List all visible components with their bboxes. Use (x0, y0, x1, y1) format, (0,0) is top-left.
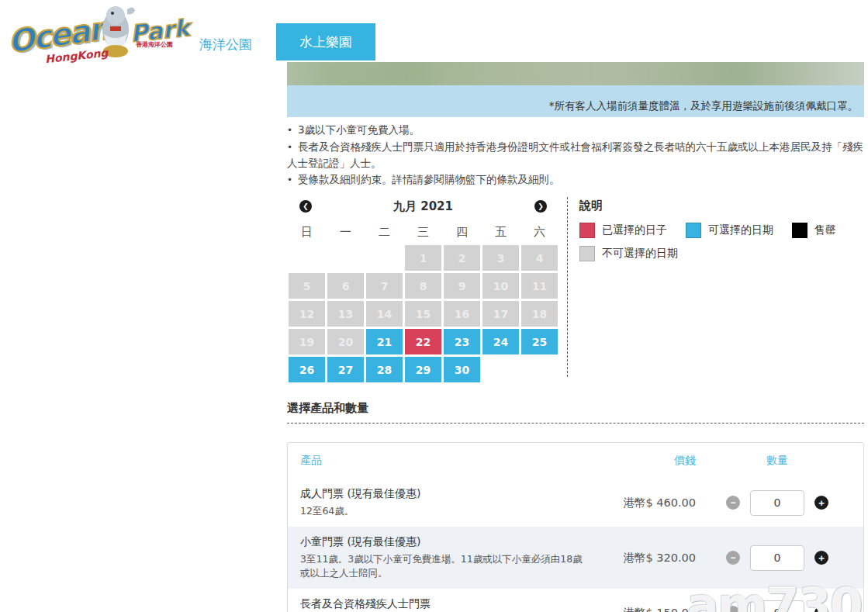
product-row: 長者及合資格殘疾人士門票 65歲或以上或殘疾人士。 港幣$ 150.00 − ＋ (288, 589, 863, 612)
legend-item: 可選擇的日期 (686, 223, 773, 238)
calendar-day-cell[interactable]: 22 (405, 329, 441, 354)
dashed-divider (287, 423, 864, 424)
weekday-label: 四 (444, 225, 480, 242)
logo-chinese-text: 香港海洋公園 (136, 40, 173, 49)
product-row: 成人門票 (現有最佳優惠) 12至64歲。 港幣$ 460.00 − ＋ (288, 479, 863, 527)
product-price: 港幣$ 150.00 (587, 606, 704, 612)
calendar-day-cell[interactable]: 23 (444, 329, 480, 354)
calendar-day-cell[interactable]: 24 (482, 329, 519, 354)
weekday-label: 日 (289, 225, 325, 242)
product-price: 港幣$ 320.00 (587, 551, 704, 565)
calendar-day-cell: 19 (289, 329, 325, 354)
calendar-day-cell[interactable]: 30 (444, 357, 480, 382)
calendar-day-cell[interactable]: 25 (521, 329, 558, 354)
rule-item: •受條款及細則約束。詳情請參閱購物籃下的條款及細則。 (287, 171, 864, 188)
tab-water-park[interactable]: 水上樂園 (276, 23, 375, 61)
column-header-price: 價錢 (587, 454, 704, 468)
legend-swatch-icon (579, 223, 595, 238)
rule-item: •長者及合資格殘疾人士門票只適用於持香港身份證明文件或社會福利署簽發之長者咭的六… (287, 139, 864, 171)
legend-title: 說明 (579, 199, 864, 213)
calendar-day-cell[interactable]: 21 (366, 329, 403, 354)
calendar-next-button[interactable]: ❯ (534, 200, 547, 213)
calendar-day-cell: 1 (405, 245, 441, 271)
legend-item: 不可選擇的日期 (579, 246, 678, 261)
calendar-day-cell (366, 245, 403, 271)
legend-label: 不可選擇的日期 (602, 247, 678, 261)
calendar-day-cell[interactable]: 26 (289, 357, 325, 382)
calendar-day-cell: 9 (444, 273, 480, 299)
increase-quantity-button[interactable]: ＋ (814, 606, 828, 612)
calendar-day-cell: 4 (521, 245, 558, 271)
calendar-day-cell: 8 (405, 273, 441, 299)
legend-label: 可選擇的日期 (708, 223, 773, 237)
weekday-label: 六 (521, 225, 558, 242)
weekday-label: 二 (366, 225, 403, 242)
calendar-day-cell: 12 (289, 301, 325, 327)
calendar: ❮ 九月 2021 ❯ 日一二三四五六 1 (289, 197, 558, 382)
increase-quantity-button[interactable]: ＋ (814, 496, 828, 510)
calendar-day-cell: 18 (521, 301, 558, 327)
decrease-quantity-button[interactable]: − (726, 496, 740, 510)
quantity-input[interactable] (750, 600, 804, 612)
products-section: 選擇產品和數量 產品 價錢 數量 成人門票 (現有最佳優惠) 12至64歲。 (287, 401, 864, 612)
products-table: 產品 價錢 數量 成人門票 (現有最佳優惠) 12至64歲。 港幣$ 460.0… (287, 442, 864, 612)
calendar-day-cell: 14 (366, 301, 403, 327)
calendar-grid: 1 2 3 4 5 6 7 8 (289, 245, 558, 382)
quantity-input[interactable] (750, 490, 804, 516)
calendar-day-cell: 16 (444, 301, 480, 327)
products-table-header: 產品 價錢 數量 (288, 443, 863, 479)
product-name: 長者及合資格殘疾人士門票 (300, 597, 587, 611)
products-section-title: 選擇產品和數量 (287, 401, 864, 416)
calendar-day-cell: 15 (405, 301, 441, 327)
tab-ocean-park[interactable]: 海洋公園 (199, 36, 252, 54)
calendar-day-cell: 20 (327, 329, 364, 354)
legend-swatch-icon (686, 223, 701, 238)
product-name: 成人門票 (現有最佳優惠) (300, 487, 587, 501)
calendar-section: ❮ 九月 2021 ❯ 日一二三四五六 1 (289, 197, 864, 382)
weekday-header-row: 日一二三四五六 (289, 225, 558, 242)
quantity-input[interactable] (750, 545, 804, 571)
main-content: *所有客人入場前須量度體溫，及於享用遊樂設施前後須佩戴口罩。 •3歲以下小童可免… (287, 62, 864, 612)
notice-banner: *所有客人入場前須量度體溫，及於享用遊樂設施前後須佩戴口罩。 (287, 85, 864, 117)
hero-photo (287, 62, 864, 85)
calendar-day-cell: 2 (444, 245, 480, 271)
quantity-stepper: − ＋ (704, 545, 851, 571)
calendar-day-cell[interactable]: 28 (366, 357, 403, 382)
product-name: 小童門票 (現有最佳優惠) (300, 535, 587, 549)
calendar-day-cell: 7 (366, 273, 403, 299)
calendar-day-cell[interactable]: 27 (327, 357, 364, 382)
quantity-stepper: − ＋ (704, 490, 851, 516)
weekday-label: 三 (405, 225, 441, 242)
rules-list: •3歲以下小童可免費入場。 •長者及合資格殘疾人士門票只適用於持香港身份證明文件… (287, 122, 864, 188)
calendar-day-cell: 6 (327, 273, 364, 299)
product-description: 12至64歲。 (300, 504, 587, 518)
bullet-icon: • (287, 123, 298, 138)
calendar-day-cell: 13 (327, 301, 364, 327)
calendar-prev-button[interactable]: ❮ (299, 200, 312, 213)
page: Ocean Park HongKong 香港海洋公園 海洋公園 水上樂園 *所有… (0, 0, 868, 612)
bullet-icon: • (287, 172, 298, 188)
calendar-day-cell: 11 (521, 273, 558, 299)
legend-swatch-icon (792, 223, 807, 238)
legend-item: 售罄 (792, 223, 836, 238)
calendar-day-cell: 5 (289, 273, 325, 299)
calendar-day-cell: 10 (482, 273, 519, 299)
calendar-month-title: 九月 2021 (393, 199, 453, 214)
weekday-label: 五 (482, 225, 519, 242)
calendar-day-cell[interactable]: 29 (405, 357, 441, 382)
quantity-stepper: − ＋ (704, 600, 851, 612)
calendar-day-cell (327, 245, 364, 271)
product-price: 港幣$ 460.00 (587, 496, 704, 510)
legend-label: 售罄 (814, 223, 836, 237)
increase-quantity-button[interactable]: ＋ (814, 551, 828, 565)
decrease-quantity-button[interactable]: − (726, 551, 740, 565)
legend-item: 已選擇的日子 (579, 223, 667, 238)
calendar-day-cell: 3 (482, 245, 519, 271)
legend-label: 已選擇的日子 (602, 223, 667, 237)
product-description: 3至11歲。3歲以下小童可免費進場。11歲或以下小童必須由18歲或以上之人士陪同… (300, 552, 587, 580)
bullet-icon: • (287, 140, 298, 155)
ocean-park-logo: Ocean Park HongKong 香港海洋公園 (8, 3, 198, 67)
column-header-quantity: 數量 (704, 454, 851, 468)
decrease-quantity-button[interactable]: − (726, 606, 740, 612)
legend-swatch-icon (579, 246, 595, 261)
